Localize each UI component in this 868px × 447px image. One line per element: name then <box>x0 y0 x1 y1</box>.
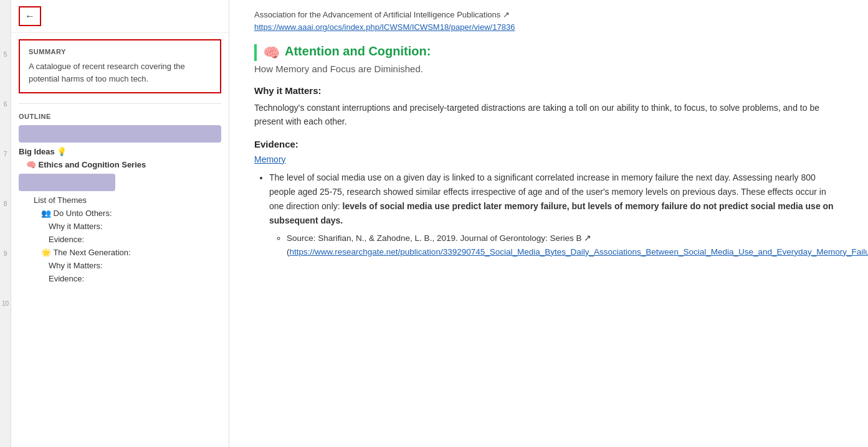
sidebar: ← SUMMARY A catalogue of recent research… <box>11 0 229 447</box>
outline-item-why-matters-2[interactable]: Why it Matters: <box>11 259 229 272</box>
bullet-item-memory: The level of social media use on a given… <box>269 171 838 259</box>
outline-bar-ethics[interactable] <box>19 174 115 191</box>
outline-item-do-unto-others[interactable]: 👥 Do Unto Others: <box>11 207 229 220</box>
summary-box: SUMMARY A catalogue of recent research c… <box>19 39 221 93</box>
source-item: Source: Sharifian, N., & Zahodne, L. B.,… <box>287 232 838 258</box>
summary-text: A catalogue of recent research covering … <box>29 60 211 85</box>
outline-label: OUTLINE <box>11 108 229 123</box>
bullet-bold: levels of social media use predict later… <box>269 201 834 225</box>
outline-item-list-themes[interactable]: List of Themes <box>11 194 229 207</box>
source-label: Source: Sharifian, N., & Zahodne, L. B.,… <box>287 233 591 243</box>
outline-item-next-generation[interactable]: 🌟 The Next Generation: <box>11 246 229 259</box>
aaai-text: Association for the Advancement of Artif… <box>254 10 838 19</box>
line-num-6: 6 <box>4 100 7 149</box>
summary-label: SUMMARY <box>29 48 211 55</box>
section-header: 🧠 Attention and Cognition: <box>254 44 838 61</box>
sidebar-top: ← <box>11 0 229 33</box>
evidence-bullet-list: The level of social media use on a given… <box>269 171 838 259</box>
outline-bar-big-ideas[interactable] <box>19 125 221 143</box>
why-it-matters-title: Why it Matters: <box>254 85 838 96</box>
sidebar-divider <box>19 103 221 104</box>
main-content: Association for the Advancement of Artif… <box>229 0 868 447</box>
line-num-9: 9 <box>4 249 7 299</box>
section-title: Attention and Cognition: <box>285 44 431 59</box>
source-link[interactable]: https://www.researchgate.net/publication… <box>290 247 869 256</box>
section-subtitle: How Memory and Focus are Diminished. <box>254 64 838 74</box>
outline-item-evidence-1[interactable]: Evidence: <box>11 233 229 246</box>
aaai-link[interactable]: https://www.aaai.org/ocs/index.php/ICWSM… <box>254 22 515 32</box>
memory-link[interactable]: Memory <box>254 154 838 164</box>
why-it-matters-text: Technology's constant interruptions and … <box>254 101 838 129</box>
outline-item-ethics-series[interactable]: 🧠 Ethics and Cognition Series <box>11 158 229 171</box>
line-num-5: 5 <box>4 50 7 100</box>
brain-emoji: 🧠 <box>263 45 280 61</box>
outline-item-big-ideas[interactable]: Big Ideas 💡 <box>11 145 229 158</box>
back-button[interactable]: ← <box>19 6 41 26</box>
outline-item-why-matters-1[interactable]: Why it Matters: <box>11 220 229 233</box>
line-numbers: 5 6 7 8 9 10 <box>0 0 11 447</box>
source-list: Source: Sharifian, N., & Zahodne, L. B.,… <box>287 232 838 258</box>
line-num-7: 7 <box>4 149 7 199</box>
evidence-title: Evidence: <box>254 139 838 149</box>
line-num-8: 8 <box>4 199 7 249</box>
outline-item-evidence-2[interactable]: Evidence: <box>11 272 229 285</box>
line-num-10: 10 <box>2 299 9 349</box>
